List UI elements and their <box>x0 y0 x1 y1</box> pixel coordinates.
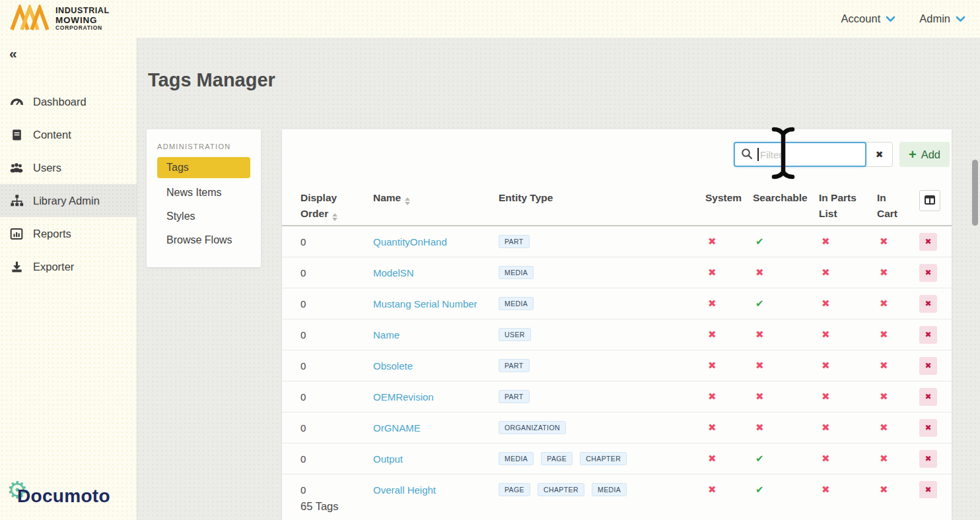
delete-x-icon: ✖ <box>925 485 931 494</box>
entity-type-badge: CHAPTER <box>580 452 627 465</box>
tag-name-link[interactable]: OrGNAME <box>373 422 499 434</box>
tag-name-link[interactable]: ModelSN <box>373 267 499 278</box>
delete-x-icon: ✖ <box>925 361 931 370</box>
entity-type-badge: MEDIA <box>499 266 534 279</box>
delete-tag-button[interactable]: ✖ <box>919 295 937 313</box>
mark-system: ✖ <box>705 267 753 278</box>
entity-type-badges: ORGANIZATION <box>499 421 705 434</box>
sidebar-item-dashboard[interactable]: Dashboard <box>0 85 137 118</box>
entity-type-badges: MEDIA <box>499 297 705 310</box>
mark-in-parts-list: ✖ <box>819 360 877 372</box>
mark-in-cart: ✖ <box>877 391 919 403</box>
mark-in-cart: ✖ <box>877 267 919 278</box>
tags-table-card: ✖ + Add Display Order Name Entity Type S… <box>282 129 952 520</box>
table-row: 0 Mustang Serial Number MEDIA ✖ ✔ ✖ ✖ ✖ <box>282 288 952 319</box>
delete-tag-button[interactable]: ✖ <box>919 233 937 251</box>
tag-name-link[interactable]: OEMRevision <box>373 391 499 403</box>
delete-x-icon: ✖ <box>925 268 931 277</box>
entity-type-badge: MEDIA <box>499 297 534 310</box>
tag-name-link[interactable]: Overall Height <box>373 484 499 496</box>
sort-icon[interactable] <box>332 213 337 221</box>
column-picker-button[interactable] <box>919 190 940 211</box>
entity-type-badge: PART <box>499 390 530 403</box>
mark-in-parts-list: ✖ <box>819 329 877 341</box>
sidebar-item-label: Users <box>33 162 61 174</box>
row-display-order: 0 <box>300 391 373 403</box>
column-header-display-order: Display Order <box>300 190 373 222</box>
mark-system: ✖ <box>705 329 753 341</box>
delete-tag-button[interactable]: ✖ <box>919 419 937 437</box>
mark-system: ✖ <box>705 391 753 403</box>
mark-system: ✖ <box>705 453 753 465</box>
company-logo-mark-icon <box>9 5 50 34</box>
top-bar: INDUSTRIAL MOWING CORPORATION Account Ad… <box>0 0 980 38</box>
delete-tag-button[interactable]: ✖ <box>919 450 937 468</box>
sidebar-collapse-button[interactable]: « <box>0 38 137 69</box>
sidebar-item-content[interactable]: Content <box>0 118 137 151</box>
mark-searchable: ✖ <box>753 267 819 278</box>
sidebar: « Dashboard Content Users Library Admin … <box>0 38 137 520</box>
sidebar-item-exporter[interactable]: Exporter <box>0 250 137 283</box>
mark-in-cart: ✖ <box>877 422 919 434</box>
chevron-down-icon <box>956 13 965 25</box>
clear-filter-button[interactable]: ✖ <box>866 143 892 166</box>
table-row: 0 QuantityOnHand PART ✖ ✔ ✖ ✖ ✖ <box>282 226 952 257</box>
tag-name-link[interactable]: QuantityOnHand <box>373 236 499 247</box>
row-display-order: 0 <box>300 267 373 278</box>
row-display-order: 0 <box>300 360 373 372</box>
mark-searchable: ✖ <box>753 329 819 341</box>
sidebar-item-users[interactable]: Users <box>0 151 137 184</box>
delete-tag-button[interactable]: ✖ <box>919 481 937 499</box>
tag-name-link[interactable]: Name <box>373 329 499 341</box>
table-row: 0 OrGNAME ORGANIZATION ✖ ✖ ✖ ✖ ✖ <box>282 412 952 443</box>
admin-menu-item-news-items[interactable]: News Items <box>147 181 261 205</box>
documoto-logo: ⚙ Documoto <box>7 483 132 512</box>
admin-menu-item-tags[interactable]: Tags <box>157 157 250 178</box>
mark-searchable: ✖ <box>753 391 819 403</box>
entity-type-badge: PART <box>499 235 530 248</box>
row-display-order: 0 <box>300 298 373 309</box>
mark-in-cart: ✖ <box>877 329 919 341</box>
entity-type-badges: MEDIAPAGECHAPTER <box>499 452 705 465</box>
entity-type-badges: PART <box>499 359 705 372</box>
book-icon <box>9 129 24 141</box>
delete-tag-button[interactable]: ✖ <box>919 264 937 282</box>
delete-x-icon: ✖ <box>925 392 931 401</box>
company-logo: INDUSTRIAL MOWING CORPORATION <box>0 5 110 34</box>
table-row: 0 ModelSN MEDIA ✖ ✖ ✖ ✖ ✖ <box>282 257 952 288</box>
delete-tag-button[interactable]: ✖ <box>919 326 937 344</box>
account-dropdown[interactable]: Account <box>841 13 896 25</box>
table-body: 0 QuantityOnHand PART ✖ ✔ ✖ ✖ ✖ 0 ModelS… <box>282 226 952 498</box>
delete-x-icon: ✖ <box>925 454 931 463</box>
sidebar-item-library-admin[interactable]: Library Admin <box>0 184 137 217</box>
delete-x-icon: ✖ <box>925 237 931 246</box>
entity-type-badge: ORGANIZATION <box>499 421 566 434</box>
admin-menu-item-browse-flows[interactable]: Browse Flows <box>147 228 261 252</box>
sidebar-item-label: Exporter <box>33 261 74 273</box>
tag-name-link[interactable]: Mustang Serial Number <box>373 298 499 309</box>
vertical-scrollbar-thumb[interactable] <box>972 160 978 226</box>
mark-in-parts-list: ✖ <box>819 391 877 403</box>
entity-type-badge: PAGE <box>541 452 573 465</box>
tag-name-link[interactable]: Obsolete <box>373 360 499 372</box>
admin-menu-item-styles[interactable]: Styles <box>147 205 261 228</box>
row-display-order: 0 <box>300 329 373 341</box>
sidebar-item-reports[interactable]: Reports <box>0 217 137 250</box>
page-title: Tags Manager <box>148 69 275 91</box>
mark-searchable: ✔ <box>753 453 819 465</box>
column-header-searchable: Searchable <box>753 190 819 206</box>
filter-input-group: ✖ <box>734 142 893 167</box>
delete-tag-button[interactable]: ✖ <box>919 388 937 406</box>
sort-icon[interactable] <box>405 197 410 205</box>
table-row: 0 Overall Height PAGECHAPTERMEDIA ✖ ✔ ✖ … <box>282 474 952 498</box>
row-display-order: 0 <box>300 236 373 247</box>
admin-dropdown[interactable]: Admin <box>919 13 965 25</box>
entity-type-badges: PART <box>499 390 705 403</box>
sitemap-icon <box>9 194 24 207</box>
entity-type-badges: USER <box>499 328 705 341</box>
delete-tag-button[interactable]: ✖ <box>919 357 937 375</box>
delete-x-icon: ✖ <box>925 299 931 308</box>
tag-name-link[interactable]: Output <box>373 453 499 465</box>
add-tag-button[interactable]: + Add <box>899 142 950 167</box>
filter-input[interactable] <box>734 142 866 167</box>
